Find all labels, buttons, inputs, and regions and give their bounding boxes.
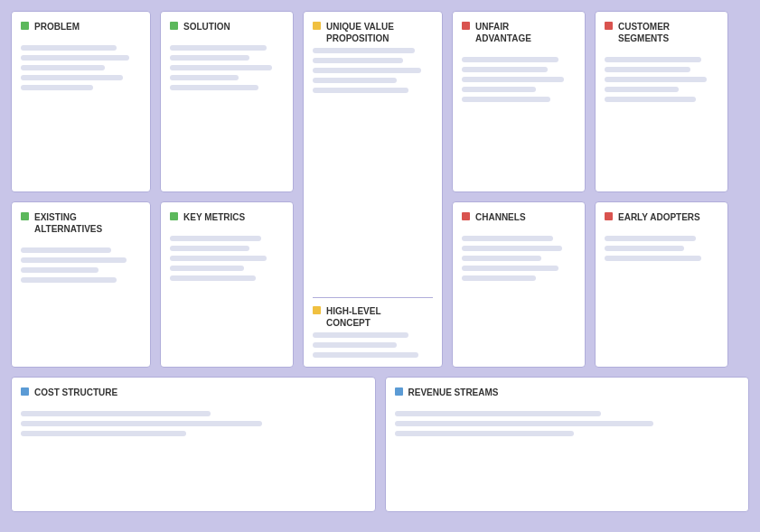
customer-segments-lines bbox=[605, 57, 718, 102]
line bbox=[21, 431, 186, 436]
existing-alternatives-card: EXISTINGALTERNATIVES bbox=[11, 201, 151, 368]
high-level-concept-lines bbox=[313, 332, 433, 358]
uvp-card: UNIQUE VALUEPROPOSITION HIGH-LEVELCONCEP… bbox=[303, 11, 443, 368]
line bbox=[170, 266, 244, 271]
line bbox=[21, 75, 123, 80]
early-adopters-card: EARLY ADOPTERS bbox=[595, 201, 728, 368]
line bbox=[21, 55, 129, 61]
line bbox=[605, 236, 696, 241]
line bbox=[313, 88, 408, 93]
line bbox=[462, 236, 553, 241]
channels-dot bbox=[462, 212, 470, 220]
cost-structure-title: COST STRUCTURE bbox=[21, 387, 366, 398]
revenue-streams-dot bbox=[395, 387, 403, 396]
line bbox=[313, 342, 397, 348]
line bbox=[21, 411, 211, 416]
high-level-concept-title: HIGH-LEVELCONCEPT bbox=[313, 305, 433, 329]
channels-title: CHANNELS bbox=[462, 211, 576, 223]
cost-structure-lines bbox=[21, 411, 366, 436]
line bbox=[395, 411, 602, 416]
problem-dot bbox=[21, 22, 29, 30]
line bbox=[170, 75, 239, 80]
line bbox=[170, 236, 261, 241]
line bbox=[21, 277, 117, 283]
line bbox=[395, 431, 574, 436]
uvp-dot bbox=[313, 22, 321, 30]
revenue-streams-lines bbox=[395, 411, 740, 436]
line bbox=[313, 332, 408, 338]
line bbox=[605, 97, 696, 102]
line bbox=[462, 256, 541, 261]
channels-card: CHANNELS bbox=[452, 201, 586, 368]
customer-segments-dot bbox=[605, 22, 613, 30]
uvp-top-section: UNIQUE VALUEPROPOSITION bbox=[313, 21, 433, 286]
unfair-column: UNFAIRADVANTAGE CHANNELS bbox=[452, 11, 586, 368]
line bbox=[21, 85, 93, 90]
line bbox=[605, 246, 684, 251]
problem-title: PROBLEM bbox=[21, 21, 141, 33]
customer-segments-title: CUSTOMERSEGMENTS bbox=[605, 21, 718, 44]
solution-lines bbox=[170, 45, 284, 90]
line bbox=[313, 68, 421, 73]
line bbox=[462, 87, 536, 92]
revenue-streams-card: REVENUE STREAMS bbox=[385, 377, 750, 512]
line bbox=[462, 67, 548, 72]
problem-lines bbox=[21, 45, 141, 90]
early-adopters-lines bbox=[605, 236, 718, 261]
line bbox=[313, 48, 415, 53]
line bbox=[605, 67, 690, 72]
unfair-advantage-lines bbox=[462, 57, 576, 102]
cost-structure-card: COST STRUCTURE bbox=[11, 377, 376, 512]
top-section: PROBLEM EXISTINGALTERNATIVES bbox=[11, 11, 749, 368]
solution-column: SOLUTION KEY METRICS bbox=[160, 11, 294, 368]
line bbox=[21, 45, 117, 51]
uvp-title: UNIQUE VALUEPROPOSITION bbox=[313, 21, 433, 44]
line bbox=[462, 57, 558, 62]
line bbox=[462, 97, 550, 102]
existing-alternatives-title: EXISTINGALTERNATIVES bbox=[21, 211, 141, 235]
lean-canvas: PROBLEM EXISTINGALTERNATIVES bbox=[11, 11, 749, 512]
existing-alternatives-dot bbox=[21, 212, 29, 220]
solution-title: SOLUTION bbox=[170, 21, 284, 33]
channels-lines bbox=[462, 236, 576, 281]
line bbox=[605, 256, 701, 261]
line bbox=[395, 421, 653, 426]
key-metrics-dot bbox=[170, 212, 178, 220]
line bbox=[170, 65, 272, 70]
line bbox=[462, 77, 564, 82]
bottom-section: COST STRUCTURE REVENUE STREAMS bbox=[11, 377, 749, 512]
line bbox=[21, 421, 262, 426]
line bbox=[170, 85, 258, 90]
line bbox=[462, 266, 558, 271]
early-adopters-title: EARLY ADOPTERS bbox=[605, 211, 718, 223]
solution-card: SOLUTION bbox=[160, 11, 294, 192]
revenue-streams-title: REVENUE STREAMS bbox=[395, 387, 740, 398]
line bbox=[605, 57, 701, 62]
line bbox=[313, 58, 403, 63]
left-column: PROBLEM EXISTINGALTERNATIVES bbox=[11, 11, 151, 368]
high-level-concept-section: HIGH-LEVELCONCEPT bbox=[313, 297, 433, 358]
line bbox=[313, 78, 397, 83]
line bbox=[170, 45, 267, 51]
line bbox=[21, 247, 111, 253]
unfair-advantage-dot bbox=[462, 22, 470, 30]
problem-card: PROBLEM bbox=[11, 11, 151, 192]
line bbox=[605, 77, 707, 82]
solution-dot bbox=[170, 22, 178, 30]
key-metrics-lines bbox=[170, 236, 284, 281]
line bbox=[170, 246, 249, 251]
line bbox=[313, 352, 418, 358]
key-metrics-title: KEY METRICS bbox=[170, 211, 284, 223]
line bbox=[21, 257, 127, 263]
unfair-advantage-title: UNFAIRADVANTAGE bbox=[462, 21, 576, 44]
line bbox=[605, 87, 679, 92]
line bbox=[462, 275, 536, 281]
customer-segments-card: CUSTOMERSEGMENTS bbox=[595, 11, 728, 192]
customer-column: CUSTOMERSEGMENTS EARLY ADOPTERS bbox=[595, 11, 728, 368]
cost-structure-dot bbox=[21, 387, 29, 396]
line bbox=[21, 65, 105, 70]
early-adopters-dot bbox=[605, 212, 613, 220]
unfair-advantage-card: UNFAIRADVANTAGE bbox=[452, 11, 586, 192]
uvp-lines bbox=[313, 48, 433, 93]
line bbox=[462, 246, 562, 251]
